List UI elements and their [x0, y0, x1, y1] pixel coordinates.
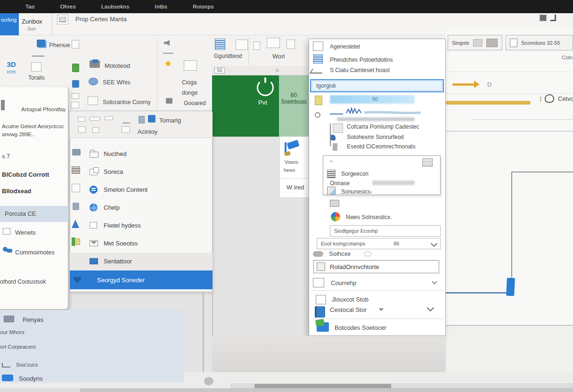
lower-item-renyas[interactable]: Renyas [23, 316, 43, 323]
totals-label[interactable]: Torails [28, 74, 45, 81]
dropdown-item-jlouxcot[interactable]: Jlouxcot Stob [332, 296, 368, 303]
striped-list-icon[interactable] [313, 54, 323, 64]
sidebar-item-s7[interactable]: s 7 [2, 153, 10, 160]
nav-3d-button[interactable]: 3D rcm [2, 60, 21, 81]
checkbox-icon[interactable] [3, 228, 10, 235]
new-item-icon[interactable] [72, 64, 79, 72]
dropdown-item-sotohexmr[interactable]: Sotohexmr Sonrurfeod [347, 134, 404, 140]
list-row-met[interactable]: Met Soeotss [70, 235, 213, 252]
list-row-soreca[interactable]: Soreca [70, 163, 213, 180]
word-icon[interactable] [267, 38, 280, 48]
cioga-label[interactable]: Cioga [182, 79, 196, 86]
sidebar-item-acutne[interactable]: Acutne Geleot Aesryctcoc [2, 123, 64, 129]
chevron-down-icon[interactable] [431, 240, 437, 247]
sidebar-item-commoimotes[interactable]: Commoimotes [15, 249, 55, 256]
dropdown-selected-input[interactable]: Igorgisk [310, 79, 444, 92]
dropdown-item-courrehp[interactable]: Courrehp [331, 279, 356, 286]
sidebar-item-artogoal[interactable]: Artogoal Pfoontfay [21, 106, 66, 112]
list-row-chelp[interactable]: Chelp [70, 199, 213, 216]
menu-item-roisnps[interactable]: Roisnps [193, 4, 213, 9]
dropdown-item-phesdches[interactable]: Phesdches Potoertdotins [330, 57, 393, 63]
subpanel-item-onnase[interactable]: Onnase [330, 180, 350, 187]
sidebar-item-wenets[interactable]: Wenets [15, 229, 36, 236]
lower-item-mhors[interactable]: our Mhors [0, 329, 25, 335]
sidebar-item-blcobzd[interactable]: BlCobzd Corrott [2, 171, 49, 178]
dropdown-item-cestocal[interactable]: Cestocal Stor [330, 306, 367, 313]
toolbar-icon-f[interactable] [78, 126, 86, 133]
clipboard-icon[interactable] [72, 40, 79, 49]
sidebar-item-othord[interactable]: othord Cootustsok [0, 278, 46, 285]
app-grid-icon[interactable] [57, 15, 68, 24]
sidebar-item-porcuta[interactable]: Porcuta CE [5, 210, 36, 217]
redacted-bar [372, 180, 415, 185]
menu-item-tao[interactable]: Tao [25, 4, 35, 9]
doc-icon[interactable] [286, 40, 295, 49]
small-table-icon[interactable] [330, 200, 339, 207]
toolbar-icon-a[interactable] [78, 117, 85, 122]
ggurldteod-label[interactable]: Ggurldteod [214, 53, 242, 59]
sconotoxs-button[interactable]: Sconotoxs 32-55 [506, 35, 573, 50]
sidebar-item-bllodxead[interactable]: Bllodxead [2, 188, 31, 195]
sol-coorny-icon[interactable] [88, 97, 98, 105]
dropdown-combobox[interactable]: Eoot komgcotamps 86 [317, 238, 441, 249]
toolbar-icon-e[interactable] [139, 116, 145, 123]
toolbar-icon-h[interactable] [122, 126, 130, 133]
gooared-label[interactable]: Gooared [184, 100, 206, 106]
toolbar-icon-b[interactable] [90, 117, 100, 121]
window-restore-icon[interactable] [540, 15, 547, 21]
see-whis-icon[interactable] [89, 78, 98, 85]
toolbar-icon-g[interactable] [92, 127, 99, 133]
list-row-fiwtel[interactable]: Fiwtel hydess [70, 217, 213, 234]
sol-coorny-label[interactable]: Solicrantse Coorny [103, 99, 150, 106]
notes-icon[interactable] [215, 39, 225, 50]
toolbar-people-icon[interactable] [148, 115, 156, 122]
word-label[interactable]: Worl [272, 53, 285, 60]
resize-grip[interactable] [204, 377, 213, 385]
horizontal-scrollbar-thumb[interactable] [254, 384, 391, 388]
phone-group-label[interactable]: Phenue [49, 41, 70, 49]
row-label: Soreca [104, 168, 123, 175]
dropdown-item-eseotd[interactable]: Eseotd CiCeomrec'hnonats [347, 143, 416, 150]
image-icon[interactable] [184, 60, 197, 71]
lower-item-corpeacers[interactable]: ort Corpeacers [0, 344, 36, 350]
toolbar-icon-c[interactable] [105, 116, 113, 120]
see-whis-label[interactable]: SEE Whis [103, 79, 131, 86]
outline-list-icon[interactable] [422, 158, 433, 167]
dropdown-item-ciatu[interactable]: S Ciatu Camteset hoast [330, 67, 390, 74]
singots-button[interactable]: Singots [448, 35, 502, 50]
printer-icon[interactable] [71, 102, 79, 108]
sync-icon[interactable] [72, 80, 79, 88]
totals-icon[interactable] [31, 62, 41, 72]
list-icon[interactable] [72, 93, 79, 99]
green-count-panel[interactable]: 60 Snetrbuos [279, 75, 309, 137]
subpanel-item-sonunesics[interactable]: Sonunesics- [341, 188, 372, 195]
dropdown-item-cofcarta[interactable]: Cofcarta Pomlump Cadestec [347, 123, 419, 130]
dropdown-item-botcodes[interactable]: Botcodes Soetocer [335, 324, 386, 331]
dropdown-item-rolad[interactable]: RoladOnnvchtorte [313, 260, 439, 273]
motored-label[interactable]: Mototeod [105, 62, 130, 69]
window-icon[interactable] [236, 40, 248, 50]
connector-node[interactable] [506, 278, 515, 296]
subpanel-item-sorgeecon[interactable]: Sorgeecon [341, 171, 368, 177]
menu-item-intbs[interactable]: Intbs [155, 4, 167, 9]
sort-icon[interactable] [166, 98, 172, 104]
lower-item-soodyns-dup[interactable]: Soodyns [19, 375, 43, 382]
divider [311, 318, 444, 319]
lower-item-soazucs[interactable]: Soa'zucs [16, 362, 38, 368]
unchecked-box-icon[interactable] [313, 41, 323, 51]
dropdown-item-siodtgegsr[interactable]: Siodtgegsr Ecoohp [330, 225, 441, 237]
sidebar-item-anvwg[interactable]: anvwg 289E.. [2, 131, 35, 137]
donge-label[interactable]: donge [182, 90, 197, 96]
list-row-nucthed[interactable]: Nucthed [70, 145, 213, 163]
page-icon[interactable] [254, 41, 260, 50]
window-filter-icon[interactable] [550, 15, 556, 21]
list-row-smelon[interactable]: Smelon Content [70, 181, 213, 198]
dropdown-item-agenestetet[interactable]: Agenestetet [330, 43, 360, 50]
list-row-sentattoor[interactable]: Sentattoor [70, 253, 213, 270]
dropdown-item-nwes[interactable]: Nwes Solnsesticx. [346, 214, 392, 220]
menu-item-ohres[interactable]: Ohres [60, 4, 76, 9]
phone-icon[interactable] [37, 40, 45, 47]
list-row-seorgyd-selected[interactable]: Seorgyd Soneder [70, 270, 213, 289]
menu-item-laubsekns[interactable]: Laubsekns [101, 4, 129, 9]
tab-zunbox[interactable]: Zunbox [22, 15, 52, 27]
